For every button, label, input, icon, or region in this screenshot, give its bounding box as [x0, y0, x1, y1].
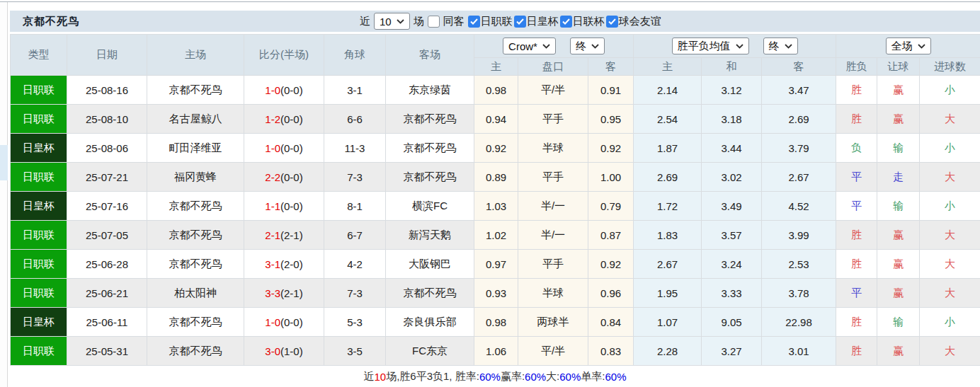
subheader-odds-home: 主 [474, 58, 518, 76]
subheader-odds-away: 客 [588, 58, 634, 76]
cell-avg-away: 3.79 [762, 134, 836, 163]
cell-away-team: 京都不死鸟 [386, 279, 474, 308]
cell-odds-away: 0.87 [588, 221, 634, 250]
cell-avg-away: 22.98 [762, 308, 836, 337]
cell-avg-home: 2.14 [634, 76, 702, 105]
cell-home-team: 京都不死鸟 [147, 76, 244, 105]
league-label: 日职联 [481, 15, 513, 28]
cell-odds-away: 0.79 [588, 192, 634, 221]
league-label: 球会友谊 [619, 15, 661, 28]
cell-type: 日皇杯 [11, 134, 67, 163]
odds-company-select[interactable]: Crow* [503, 37, 556, 54]
cell-result-winloss: 平 [836, 279, 877, 308]
cell-date: 25-08-06 [67, 134, 147, 163]
cell-result-goals: 小 [920, 192, 980, 221]
cell-avg-home: 2.28 [634, 337, 702, 366]
summary-segment: 60% [525, 371, 546, 383]
same-away-checkbox[interactable] [428, 16, 440, 28]
header-away: 客场 [386, 35, 474, 76]
chevron-down-icon [542, 44, 550, 49]
check-icon [516, 18, 524, 25]
cell-odds-handicap: 两球半 [518, 308, 588, 337]
result-group-header: 全场 [836, 35, 980, 58]
league-checkbox[interactable] [560, 16, 572, 28]
league-label: 日皇杯 [527, 15, 559, 28]
score-fulltime: 2-1 [265, 229, 280, 241]
cell-odds-away: 0.84 [588, 308, 634, 337]
cell-odds-home: 0.94 [474, 105, 518, 134]
recent-count-select[interactable]: 10 [374, 13, 410, 30]
cell-avg-home: 2.69 [634, 163, 702, 192]
subheader-avg-draw: 和 [702, 58, 762, 76]
score-halftime: (0-0) [280, 200, 303, 212]
cell-away-team: 大阪钢巴 [386, 250, 474, 279]
cell-date: 25-07-21 [67, 163, 147, 192]
cell-home-team: 町田泽维亚 [147, 134, 244, 163]
cell-home-team: 京都不死鸟 [147, 221, 244, 250]
cell-avg-draw: 3.57 [702, 221, 762, 250]
subheader-avg-away: 客 [762, 58, 836, 76]
cell-odds-away: 0.91 [588, 76, 634, 105]
score-halftime: (0-0) [280, 113, 303, 125]
league-checkbox[interactable] [606, 16, 618, 28]
cell-avg-home: 1.07 [634, 308, 702, 337]
cell-result-handicap: 赢 [877, 76, 920, 105]
cell-date: 25-06-21 [67, 279, 147, 308]
cell-avg-away: 3.78 [762, 279, 836, 308]
league-checkbox[interactable] [468, 16, 480, 28]
table-row: 日皇杯25-06-11京都不死鸟1-0(0-0)5-3奈良俱乐部0.98两球半0… [11, 308, 980, 337]
cell-odds-home: 0.97 [474, 250, 518, 279]
cell-odds-handicap: 平/半 [518, 76, 588, 105]
cell-result-handicap: 赢 [877, 279, 920, 308]
scope-select[interactable]: 全场 [886, 37, 931, 54]
league-checkbox[interactable] [514, 16, 526, 28]
cell-away-team: 新泻天鹅 [386, 221, 474, 250]
cell-away-team: 横滨FC [386, 192, 474, 221]
subheader-handicap-result: 让球 [877, 58, 920, 76]
cell-away-team: 京都不死鸟 [386, 163, 474, 192]
league-filter-item: 日职联 [468, 15, 513, 28]
cell-odds-home: 0.93 [474, 279, 518, 308]
cell-result-winloss: 胜 [836, 76, 877, 105]
cell-avg-away: 2.69 [762, 105, 836, 134]
cell-odds-away: 0.92 [588, 250, 634, 279]
cell-score: 1-1(0-0) [244, 192, 324, 221]
cell-avg-draw: 3.24 [702, 250, 762, 279]
summary-segment: 60% [559, 371, 581, 383]
odds-time-select-1[interactable]: 终 [570, 37, 605, 54]
team-title: 京都不死鸟 [23, 15, 79, 28]
cell-date: 25-05-31 [67, 337, 147, 366]
same-away-label: 同客 [443, 15, 465, 28]
cell-date: 25-07-05 [67, 221, 147, 250]
cell-result-winloss: 负 [836, 134, 877, 163]
cell-type: 日职联 [11, 105, 67, 134]
cell-result-goals: 大 [920, 105, 980, 134]
cell-score: 3-0(1-0) [244, 337, 324, 366]
cell-away-team: 京都不死鸟 [386, 134, 474, 163]
recent-count-value: 10 [380, 16, 392, 28]
score-halftime: (2-1) [280, 287, 303, 299]
header-score: 比分(半场) [244, 35, 324, 76]
score-halftime: (0-0) [280, 84, 303, 96]
cell-type: 日职联 [11, 221, 67, 250]
header-corners: 角球 [324, 35, 386, 76]
cell-odds-home: 0.98 [474, 308, 518, 337]
avg-source-select[interactable]: 胜平负均值 [672, 37, 749, 54]
summary-segment: 10 [374, 371, 386, 383]
odds-time-select-2[interactable]: 终 [763, 37, 798, 54]
cell-home-team: 福冈黄蜂 [147, 163, 244, 192]
cell-type: 日职联 [11, 76, 67, 105]
cell-odds-handicap: 平/半 [518, 337, 588, 366]
table-row: 日职联25-06-21柏太阳神3-3(2-1)7-3京都不死鸟0.93半球0.9… [11, 279, 980, 308]
cell-score: 1-0(0-0) [244, 308, 324, 337]
subheader-avg-home: 主 [634, 58, 702, 76]
cell-avg-home: 1.87 [634, 134, 702, 163]
cell-avg-draw: 3.18 [702, 105, 762, 134]
odds-time-1-value: 终 [576, 40, 586, 53]
cell-result-handicap: 输 [877, 308, 920, 337]
summary-segment: 赢率: [501, 370, 525, 383]
cell-score: 3-3(2-1) [244, 279, 324, 308]
score-fulltime: 3-3 [265, 287, 280, 299]
scope-value: 全场 [891, 40, 913, 53]
cell-date: 25-06-11 [67, 308, 147, 337]
